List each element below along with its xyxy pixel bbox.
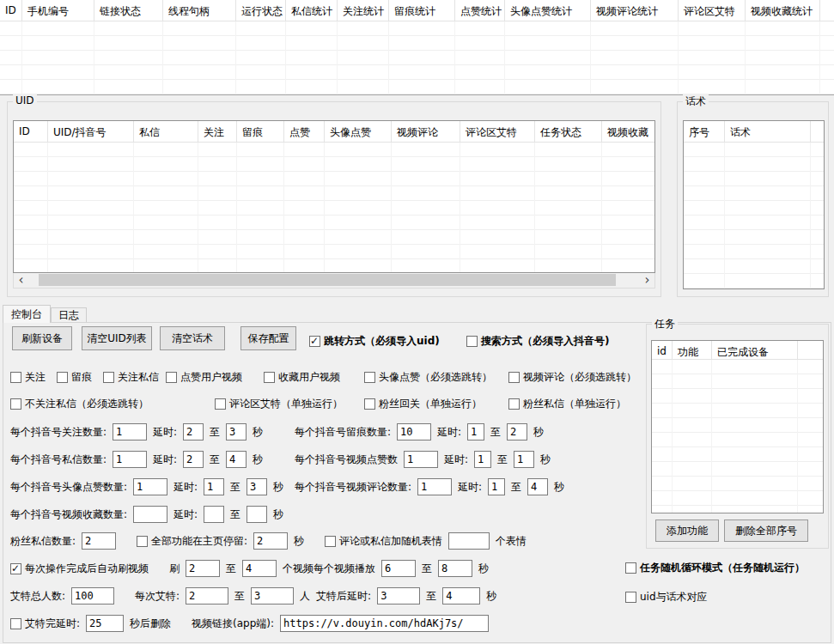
- at-delete-checkbox[interactable]: 艾特完延时:: [10, 617, 80, 631]
- device-col-header[interactable]: 链接状态: [94, 0, 163, 21]
- device-col-header[interactable]: 视频评论统计: [591, 0, 679, 21]
- checkbox-icon[interactable]: [625, 592, 636, 603]
- fans-dm-count-input[interactable]: [82, 532, 116, 550]
- device-col-header[interactable]: 点赞统计: [455, 0, 505, 21]
- add-function-button[interactable]: 添加功能: [655, 519, 719, 542]
- video-comment-checkbox[interactable]: 视频评论（必须选跳转）: [508, 370, 636, 384]
- script-col-header[interactable]: 序号: [684, 121, 725, 142]
- scroll-right-icon[interactable]: ›: [640, 273, 654, 288]
- checkbox-icon[interactable]: [364, 372, 375, 383]
- scrollbar-thumb[interactable]: [39, 274, 616, 286]
- scroll-from-input[interactable]: [186, 560, 220, 577]
- avatar-like-checkbox[interactable]: 头像点赞（必须选跳转）: [364, 370, 492, 384]
- at-each-from-input[interactable]: [186, 587, 228, 605]
- random-emoji-checkbox[interactable]: 评论或私信加随机表情: [325, 534, 442, 549]
- checkbox-icon[interactable]: [325, 536, 336, 547]
- video-comment-delay-from-input[interactable]: [488, 478, 505, 495]
- clear-uid-list-button[interactable]: 清空UID列表: [82, 326, 152, 350]
- video-like-delay-to-input[interactable]: [514, 451, 534, 468]
- jump-mode-checkbox[interactable]: 跳转方式（必须导入uid): [309, 334, 440, 348]
- device-col-header[interactable]: ID: [0, 0, 22, 21]
- uid-horizontal-scrollbar[interactable]: ‹ ›: [13, 273, 655, 289]
- avatar-like-delay-from-input[interactable]: [204, 478, 224, 495]
- trace-checkbox[interactable]: 留痕: [57, 370, 92, 384]
- checkbox-icon[interactable]: [10, 372, 21, 383]
- checkbox-icon[interactable]: [10, 398, 21, 410]
- device-col-header[interactable]: 评论区艾特: [679, 0, 746, 21]
- checkbox-icon[interactable]: [10, 563, 21, 574]
- uid-col-header[interactable]: 任务状态: [535, 121, 602, 142]
- checkbox-icon[interactable]: [309, 336, 320, 347]
- dm-delay-to-input[interactable]: [226, 451, 247, 468]
- uid-table[interactable]: ID UID/抖音号 私信 关注 留痕 点赞 头像点赞 视频评论 评论区艾特 任…: [13, 120, 655, 273]
- follow-qty-input[interactable]: [113, 423, 147, 440]
- checkbox-icon[interactable]: [264, 372, 275, 383]
- no-follow-dm-checkbox[interactable]: 不关注私信（必须选跳转）: [10, 397, 149, 410]
- uid-col-header[interactable]: 头像点赞: [325, 121, 392, 142]
- at-delete-delay-input[interactable]: [86, 615, 124, 632]
- video-like-delay-from-input[interactable]: [474, 451, 491, 468]
- tab-log[interactable]: 日志: [51, 307, 87, 323]
- checkbox-icon[interactable]: [508, 372, 520, 383]
- emoji-count-input[interactable]: [448, 532, 490, 550]
- avatar-like-qty-input[interactable]: [133, 478, 167, 495]
- task-col-header[interactable]: 功能: [673, 341, 712, 359]
- video-link-input[interactable]: [280, 615, 489, 632]
- task-table-body[interactable]: [652, 360, 823, 513]
- trace-delay-from-input[interactable]: [467, 423, 484, 440]
- checkbox-icon[interactable]: [466, 336, 478, 347]
- delete-all-serial-button[interactable]: 删除全部序号: [724, 519, 808, 542]
- uid-col-header[interactable]: 点赞: [284, 121, 325, 142]
- device-col-header[interactable]: 关注统计: [338, 0, 389, 21]
- device-col-header[interactable]: 视频收藏统计: [746, 0, 820, 21]
- uid-script-map-checkbox[interactable]: uid与话术对应: [625, 590, 708, 604]
- uid-col-header[interactable]: ID: [14, 121, 48, 142]
- device-col-header[interactable]: 私信统计: [286, 0, 338, 21]
- video-comment-delay-to-input[interactable]: [527, 478, 548, 495]
- follow-checkbox[interactable]: 关注: [10, 370, 46, 384]
- stay-home-input[interactable]: [253, 532, 288, 550]
- at-total-input[interactable]: [71, 587, 114, 605]
- uid-col-header[interactable]: 视频评论: [392, 121, 460, 142]
- stay-home-checkbox[interactable]: 全部功能在主页停留:: [137, 534, 247, 549]
- device-col-header[interactable]: 留痕统计: [389, 0, 455, 21]
- uid-col-header[interactable]: 关注: [198, 121, 237, 142]
- script-col-header[interactable]: 话术: [725, 121, 811, 142]
- checkbox-icon[interactable]: [625, 562, 636, 574]
- trace-delay-to-input[interactable]: [507, 423, 527, 440]
- device-col-header[interactable]: 线程句柄: [163, 0, 236, 21]
- refresh-devices-button[interactable]: 刷新设备: [12, 326, 72, 350]
- video-fav-qty-input[interactable]: [133, 506, 167, 523]
- uid-col-header[interactable]: 评论区艾特: [460, 121, 535, 142]
- at-delay-from-input[interactable]: [377, 587, 420, 605]
- tab-console[interactable]: 控制台: [3, 305, 51, 323]
- uid-col-header[interactable]: 视频收藏: [602, 121, 654, 142]
- dm-delay-from-input[interactable]: [183, 451, 204, 468]
- at-each-to-input[interactable]: [251, 587, 294, 605]
- follow-dm-checkbox[interactable]: 关注私信: [103, 370, 159, 384]
- task-table[interactable]: id 功能 已完成设备: [651, 340, 824, 513]
- checkbox-icon[interactable]: [215, 398, 226, 410]
- video-like-qty-input[interactable]: [404, 451, 438, 468]
- play-from-input[interactable]: [381, 560, 416, 577]
- script-table[interactable]: 序号 话术: [683, 120, 825, 289]
- device-table[interactable]: ID 手机编号 链接状态 线程句柄 运行状态 私信统计 关注统计 留痕统计 点赞…: [0, 0, 834, 95]
- auto-scroll-checkbox[interactable]: 每次操作完成后自动刷视频: [10, 562, 149, 576]
- uid-table-body[interactable]: [14, 143, 654, 272]
- video-fav-delay-to-input[interactable]: [247, 506, 267, 523]
- follow-delay-from-input[interactable]: [183, 423, 204, 440]
- device-col-header[interactable]: 头像点赞统计: [505, 0, 591, 21]
- checkbox-icon[interactable]: [137, 536, 148, 547]
- device-col-header[interactable]: 手机编号: [22, 0, 94, 21]
- script-table-body[interactable]: [684, 143, 824, 289]
- checkbox-icon[interactable]: [10, 618, 21, 629]
- dm-qty-input[interactable]: [113, 451, 147, 468]
- task-random-checkbox[interactable]: 任务随机循环模式（任务随机运行）: [625, 561, 805, 574]
- scroll-left-icon[interactable]: ‹: [14, 273, 28, 288]
- avatar-like-delay-to-input[interactable]: [247, 478, 267, 495]
- video-comment-qty-input[interactable]: [417, 478, 452, 495]
- like-user-video-checkbox[interactable]: 点赞用户视频: [166, 370, 242, 384]
- trace-qty-input[interactable]: [397, 423, 431, 440]
- fans-dm-checkbox[interactable]: 粉丝私信（单独运行）: [508, 397, 626, 410]
- search-mode-checkbox[interactable]: 搜索方式（必须导入抖音号): [466, 334, 609, 348]
